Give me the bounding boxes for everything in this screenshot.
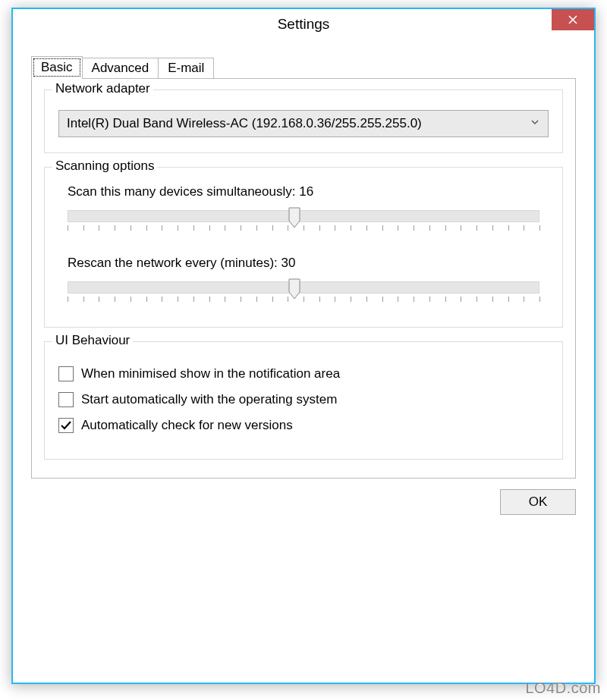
- chevron-down-icon: [530, 116, 540, 131]
- checkbox-startup-label: Start automatically with the operating s…: [81, 392, 337, 407]
- checkmark-icon: [60, 419, 72, 432]
- window-title: Settings: [13, 9, 594, 39]
- ok-button[interactable]: OK: [500, 489, 576, 515]
- tabs: Basic Advanced E-mail: [31, 56, 576, 79]
- checkbox-row-update: Automatically check for new versions: [58, 418, 549, 433]
- button-row: OK: [31, 489, 576, 515]
- group-ui-legend: UI Behaviour: [52, 333, 133, 348]
- rescan-interval-label: Rescan the network every (minutes): 30: [68, 256, 549, 271]
- group-ui-behaviour: UI Behaviour When minimised show in the …: [44, 341, 563, 460]
- group-scanning-options: Scanning options Scan this many devices …: [44, 167, 563, 328]
- tab-basic[interactable]: Basic: [31, 56, 83, 79]
- checkbox-tray[interactable]: [58, 366, 74, 381]
- slider-thumb[interactable]: [288, 278, 300, 300]
- close-button[interactable]: [552, 9, 594, 30]
- rescan-interval-slider[interactable]: [68, 275, 539, 309]
- tab-email[interactable]: E-mail: [158, 58, 214, 79]
- network-adapter-dropdown[interactable]: Intel(R) Dual Band Wireless-AC (192.168.…: [58, 110, 549, 137]
- scan-simultaneous-slider[interactable]: [68, 204, 539, 237]
- close-icon: [568, 14, 578, 25]
- settings-window: Settings Basic Advanced E-mail Network a…: [11, 8, 596, 684]
- slider-track: [68, 210, 539, 222]
- checkbox-startup[interactable]: [58, 392, 74, 407]
- checkbox-tray-label: When minimised show in the notification …: [81, 366, 340, 381]
- checkbox-update-label: Automatically check for new versions: [81, 418, 293, 433]
- rescan-interval-block: Rescan the network every (minutes): 30: [58, 256, 549, 309]
- slider-ticks: [68, 297, 539, 304]
- tab-advanced[interactable]: Advanced: [82, 58, 159, 79]
- watermark: LO4D.com: [519, 676, 607, 700]
- group-network-legend: Network adapter: [52, 81, 153, 96]
- scan-simultaneous-label: Scan this many devices simultaneously: 1…: [68, 184, 549, 199]
- scan-simultaneous-value: 16: [299, 184, 313, 199]
- rescan-interval-value: 30: [281, 256, 296, 270]
- slider-ticks: [68, 225, 539, 233]
- group-network-adapter: Network adapter Intel(R) Dual Band Wirel…: [44, 89, 563, 153]
- checkbox-update[interactable]: [58, 418, 74, 433]
- slider-thumb[interactable]: [288, 207, 300, 228]
- client-area: Basic Advanced E-mail Network adapter In…: [13, 39, 594, 683]
- tab-panel-basic: Network adapter Intel(R) Dual Band Wirel…: [31, 78, 576, 479]
- titlebar: Settings: [13, 9, 594, 39]
- checkbox-row-startup: Start automatically with the operating s…: [58, 392, 549, 407]
- checkbox-row-tray: When minimised show in the notification …: [58, 366, 549, 381]
- group-scan-legend: Scanning options: [52, 159, 157, 174]
- scan-simultaneous-block: Scan this many devices simultaneously: 1…: [58, 184, 549, 237]
- slider-track: [68, 281, 539, 293]
- network-adapter-selected: Intel(R) Dual Band Wireless-AC (192.168.…: [67, 116, 422, 131]
